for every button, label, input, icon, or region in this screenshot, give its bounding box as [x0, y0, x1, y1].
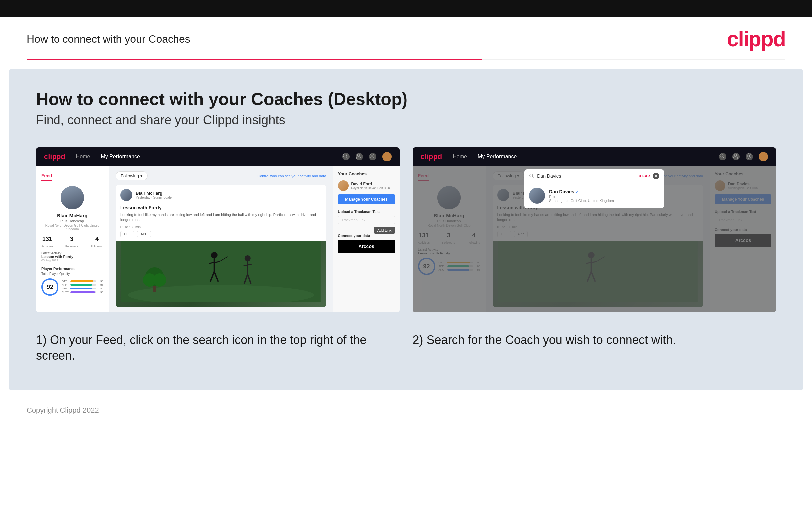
- nav-icons-2: [719, 152, 768, 161]
- player-perf-label: Player Performance: [41, 267, 103, 271]
- total-quality-label: Total Player Quality: [41, 272, 103, 276]
- following-button[interactable]: Following ▾: [116, 171, 148, 180]
- svg-point-20: [153, 273, 166, 287]
- coach-item-1: David Ford Royal North Devon Golf Club: [338, 180, 395, 191]
- screenshot-1: clippd Home My Performance: [36, 147, 399, 312]
- app-btn[interactable]: APP: [137, 231, 151, 237]
- profile-handicap-1: Plus Handicap: [41, 219, 103, 223]
- svg-line-33: [532, 177, 534, 178]
- screenshot-panel-2: clippd Home My Performance: [413, 147, 776, 312]
- stat-followers: 3 Followers: [65, 236, 79, 249]
- search-box: Dan Davies CLEAR ✕ Dan Davies ✓: [524, 169, 664, 208]
- result-name: Dan Davies: [549, 189, 574, 194]
- result-club: Sunningdale Golf Club, United Kingdom: [549, 199, 614, 203]
- search-close-btn[interactable]: ✕: [653, 173, 660, 179]
- verified-icon: ✓: [576, 189, 579, 194]
- coach-info-1: David Ford Royal North Devon Golf Club: [351, 182, 390, 189]
- manage-coaches-btn[interactable]: Manage Your Coaches: [338, 194, 395, 204]
- svg-point-12: [245, 255, 251, 261]
- post-image: [116, 241, 326, 307]
- search-icon-overlay: [529, 173, 534, 179]
- svg-point-32: [530, 174, 533, 177]
- svg-point-23: [734, 154, 736, 156]
- caption-1-text: 1) On your Feed, click on the search ico…: [36, 333, 367, 362]
- post-name: Blair McHarg: [136, 190, 172, 196]
- latest-activity-label: Latest Activity: [41, 251, 103, 255]
- gear-icon-nav-2[interactable]: [746, 153, 753, 160]
- post-actions: OFF APP: [116, 231, 326, 241]
- trackman-input[interactable]: Trackman Link: [338, 216, 395, 224]
- connect-section: Connect your data Arccos: [338, 234, 395, 253]
- stats-row-1: 131 Activities 3 Followers 4 Following: [41, 236, 103, 249]
- caption-1: 1) On your Feed, click on the search ico…: [36, 332, 399, 364]
- activity-name: Lesson with Fordy: [41, 255, 103, 259]
- quality-score: 92: [41, 279, 58, 296]
- svg-point-0: [343, 154, 346, 157]
- activity-date: 03 Aug 2022: [41, 259, 103, 262]
- bar-app: APP 85: [62, 284, 103, 287]
- app-logo-1: clippd: [44, 153, 65, 161]
- user-icon-nav[interactable]: [355, 153, 363, 160]
- avatar-nav: [382, 152, 391, 161]
- profile-image-1: [61, 186, 84, 209]
- header-divider: [27, 58, 785, 60]
- nav-home-2[interactable]: Home: [453, 154, 467, 160]
- nav-myperformance-2[interactable]: My Performance: [478, 154, 517, 160]
- app-logo-2: clippd: [421, 153, 442, 161]
- top-bar: [0, 0, 812, 17]
- quality-row: 92 OTT 90 APP 85: [41, 279, 103, 296]
- svg-point-2: [357, 154, 360, 156]
- nav-home-1[interactable]: Home: [76, 154, 90, 160]
- main-subtitle: Find, connect and share your Clippd insi…: [36, 113, 776, 127]
- main-content: How to connect with your Coaches (Deskto…: [9, 69, 803, 390]
- coaches-panel-1: Your Coaches David Ford Royal North Devo…: [333, 166, 399, 312]
- result-info: Dan Davies ✓ Pro Sunningdale Golf Club, …: [549, 188, 614, 203]
- caption-2: 2) Search for the Coach you wish to conn…: [413, 332, 776, 364]
- search-input-row: Dan Davies CLEAR ✕: [524, 169, 664, 183]
- result-avatar: [529, 187, 545, 204]
- gear-icon-nav[interactable]: [369, 153, 376, 160]
- search-clear-btn[interactable]: CLEAR: [637, 174, 650, 178]
- app-body-1: Feed Blair McHarg Plus Handicap Royal No…: [36, 166, 399, 312]
- upload-label: Upload a Trackman Test: [338, 210, 395, 214]
- search-icon-nav-2[interactable]: [719, 153, 726, 160]
- upload-section: Upload a Trackman Test Trackman Link Add…: [338, 210, 395, 224]
- control-link[interactable]: Control who can see your activity and da…: [257, 174, 326, 178]
- stat-activities: 131 Activities: [41, 236, 53, 249]
- page-title: How to connect with your Coaches: [27, 33, 190, 45]
- post-duration: 01 hr : 30 min: [116, 225, 326, 231]
- profile-club-1: Royal North Devon Golf Club, United King…: [41, 223, 103, 231]
- off-btn[interactable]: OFF: [120, 231, 134, 237]
- screenshot-panel-1: clippd Home My Performance: [36, 147, 399, 312]
- bar-putt: PUTT 96: [62, 291, 103, 294]
- post-info: Blair McHarg Yesterday · Sunningdale: [136, 190, 172, 199]
- user-icon-nav-2[interactable]: [732, 153, 739, 160]
- main-title: How to connect with your Coaches (Deskto…: [36, 89, 776, 109]
- quality-bars: OTT 90 APP 85 ARG: [62, 280, 103, 294]
- app-nav-2: clippd Home My Performance: [413, 147, 776, 166]
- bar-arg: ARG 86: [62, 287, 103, 290]
- feed-tab-1[interactable]: Feed: [41, 173, 52, 181]
- coaches-title-1: Your Coaches: [338, 171, 395, 176]
- coach-name-1: David Ford: [351, 182, 390, 186]
- stat-following: 4 Following: [91, 236, 103, 249]
- search-result[interactable]: Dan Davies ✓ Pro Sunningdale Golf Club, …: [524, 183, 664, 208]
- caption-row: 1) On your Feed, click on the search ico…: [36, 332, 776, 364]
- copyright-text: Copyright Clippd 2022: [27, 406, 99, 414]
- result-role: Pro: [549, 195, 614, 199]
- search-input-field[interactable]: Dan Davies: [537, 173, 635, 179]
- result-name-row: Dan Davies ✓: [549, 188, 614, 195]
- svg-point-24: [748, 155, 750, 157]
- post-avatar: [120, 189, 132, 201]
- search-icon-nav[interactable]: [342, 153, 350, 160]
- post-header: Blair McHarg Yesterday · Sunningdale: [116, 185, 326, 205]
- caption-2-text: 2) Search for the Coach you wish to conn…: [413, 333, 676, 347]
- svg-line-1: [346, 157, 348, 159]
- profile-panel-1: Feed Blair McHarg Plus Handicap Royal No…: [36, 166, 109, 312]
- svg-point-3: [371, 155, 373, 157]
- svg-line-22: [723, 157, 725, 159]
- add-link-btn[interactable]: Add Link: [374, 227, 395, 234]
- app-nav-1: clippd Home My Performance: [36, 147, 399, 166]
- footer: Copyright Clippd 2022: [0, 399, 812, 421]
- nav-myperformance-1[interactable]: My Performance: [101, 154, 140, 160]
